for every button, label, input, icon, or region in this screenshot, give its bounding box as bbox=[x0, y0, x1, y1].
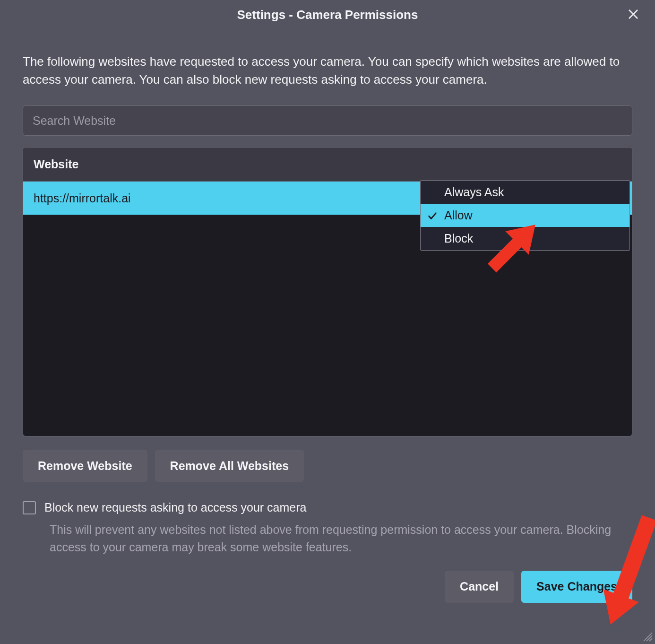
dropdown-option-block[interactable]: Block bbox=[421, 227, 629, 250]
dropdown-option-allow[interactable]: Allow bbox=[421, 204, 629, 227]
close-button[interactable] bbox=[625, 7, 642, 24]
close-icon bbox=[627, 8, 640, 23]
table-header: Website bbox=[23, 148, 632, 182]
cancel-button[interactable]: Cancel bbox=[445, 571, 514, 603]
dropdown-option-label: Allow bbox=[444, 209, 473, 222]
dropdown-option-label: Always Ask bbox=[444, 185, 504, 199]
footer-buttons: Cancel Save Changes bbox=[23, 571, 632, 622]
titlebar: Settings - Camera Permissions bbox=[0, 0, 655, 30]
block-new-requests-checkbox[interactable] bbox=[23, 501, 36, 514]
block-new-requests-label: Block new requests asking to access your… bbox=[44, 501, 306, 514]
remove-website-button[interactable]: Remove Website bbox=[23, 450, 147, 482]
block-new-requests-row: Block new requests asking to access your… bbox=[23, 501, 632, 514]
status-dropdown[interactable]: Always Ask Allow Block bbox=[420, 180, 630, 251]
description-text: The following websites have requested to… bbox=[23, 53, 632, 88]
settings-dialog: Settings - Camera Permissions The follow… bbox=[0, 0, 655, 644]
remove-button-row: Remove Website Remove All Websites bbox=[23, 450, 632, 482]
check-icon bbox=[427, 210, 438, 221]
block-new-requests-help: This will prevent any websites not liste… bbox=[50, 521, 632, 556]
column-header-website[interactable]: Website bbox=[23, 157, 632, 171]
save-changes-button[interactable]: Save Changes bbox=[521, 571, 632, 603]
dropdown-option-label: Block bbox=[444, 232, 473, 245]
dialog-content: The following websites have requested to… bbox=[0, 30, 655, 644]
dropdown-option-always-ask[interactable]: Always Ask bbox=[421, 181, 629, 204]
remove-all-websites-button[interactable]: Remove All Websites bbox=[155, 450, 304, 482]
search-input[interactable] bbox=[23, 105, 632, 136]
dialog-title: Settings - Camera Permissions bbox=[237, 8, 418, 22]
